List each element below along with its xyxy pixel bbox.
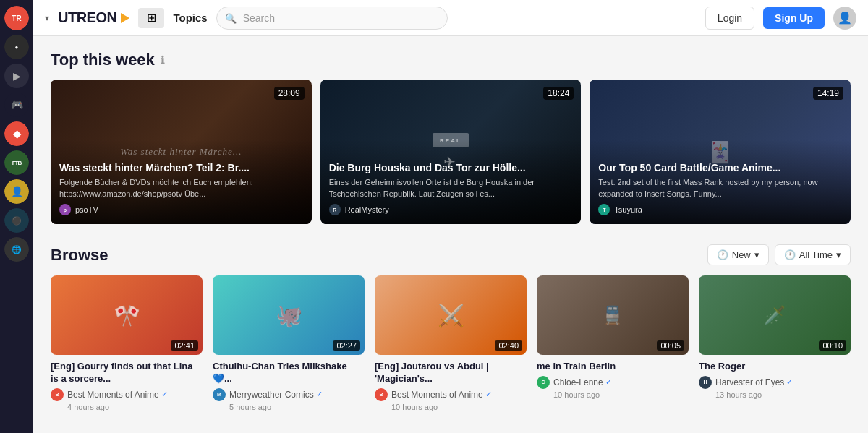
browse-card-4-duration: 00:05 [657, 340, 684, 351]
browse-card-2-time: 5 hours ago [229, 403, 365, 411]
sidebar-avatar-img-8: ⚫ [4, 208, 29, 233]
clock-icon: 🕐 [717, 249, 728, 260]
browse-card-3-channel-name: Best Moments of Anime ✓ [391, 390, 492, 400]
browse-card-3-title: [Eng] Joutarou vs Abdul | 'Magician's... [375, 361, 527, 385]
browse-card-1-duration: 02:41 [171, 340, 198, 351]
browse-title: Browse [51, 246, 108, 265]
browse-card-5-channel-avatar: H [699, 376, 712, 389]
top-section-header: Top this week ℹ [51, 51, 851, 69]
sidebar-item-9[interactable]: 🌐 [4, 237, 29, 262]
browse-card-1-title: [Eng] Gourry finds out that Lina is a so… [51, 361, 203, 385]
info-icon[interactable]: ℹ [161, 54, 164, 66]
top-card-3-channel: T Tsuyura [598, 204, 842, 215]
top-card-2-info: Die Burg Houska und Das Tor zur Hölle...… [320, 140, 582, 224]
sidebar-item-1[interactable]: TR [4, 6, 29, 30]
sidebar-item-6[interactable]: FTB [4, 150, 29, 175]
browse-card-1[interactable]: 🎌 02:41 [Eng] Gourry finds out that Lina… [51, 275, 203, 411]
browse-card-4[interactable]: 🚆 00:05 me in Train Berlin C Chloe-Lenne… [537, 275, 689, 411]
sidebar-item-2[interactable]: ● [4, 35, 29, 59]
sidebar-avatar-img-9: 🌐 [4, 237, 29, 262]
browse-card-5-time: 13 hours ago [715, 390, 851, 399]
browse-card-3-verified: ✓ [485, 390, 492, 399]
browse-card-5-duration: 00:10 [819, 340, 846, 351]
filter-alltime-label: All Time [799, 249, 833, 260]
logo-arrow-icon [121, 13, 129, 23]
sidebar-avatar-img-4: 🎮 [4, 93, 29, 117]
sidebar-avatar-img-5: ◆ [4, 121, 29, 146]
app-dropdown[interactable]: ▾ [45, 13, 49, 23]
header: ▾ UTREON ⊞ Topics 🔍 Login Sign Up 👤 [33, 0, 868, 36]
top-card-3-title: Our Top 50 Card Battle/Game Anime... [598, 161, 842, 174]
logo-text: UTREON [58, 9, 116, 26]
top-card-2-duration: 18:24 [543, 87, 574, 100]
browse-card-2-duration: 02:27 [333, 340, 360, 351]
logo[interactable]: UTREON [58, 9, 129, 26]
top-card-1-channel: p psoTV [59, 204, 303, 215]
top-card-1-info: Was steckt hinter Märchen? Teil 2: Br...… [51, 140, 312, 224]
history-icon: 🕐 [784, 249, 796, 260]
browse-thumb-2: 🐙 02:27 [213, 275, 365, 355]
sidebar-item-5[interactable]: ◆ [4, 121, 29, 146]
browse-card-5-verified: ✓ [786, 377, 793, 387]
sidebar-avatar-img-6: FTB [4, 150, 29, 175]
top-card-1-channel-name: psoTV [75, 205, 98, 214]
browse-card-3-time: 10 hours ago [391, 403, 527, 411]
filter-new-label: New [732, 249, 751, 260]
top-card-3-channel-avatar: T [598, 204, 610, 215]
browse-card-3[interactable]: ⚔️ 02:40 [Eng] Joutarou vs Abdul | 'Magi… [375, 275, 527, 411]
browse-card-2-channel-avatar: M [213, 388, 226, 401]
top-section-title: Top this week [51, 51, 155, 69]
topics-icon: ⊞ [138, 8, 164, 28]
browse-card-4-channel-row: C Chloe-Lenne ✓ [537, 376, 689, 389]
top-card-2-channel: R RealMystery [329, 204, 573, 215]
signup-button[interactable]: Sign Up [763, 7, 825, 29]
sidebar: TR ● ▶ 🎮 ◆ FTB 👤 ⚫ 🌐 [0, 0, 33, 433]
top-card-3-duration: 14:19 [813, 87, 843, 100]
top-card-2-channel-name: RealMystery [345, 205, 389, 214]
sidebar-item-3[interactable]: ▶ [4, 64, 29, 88]
sidebar-avatar-img-7: 👤 [4, 179, 29, 204]
top-card-2[interactable]: REAL ✈ 18:24 Die Burg Houska und Das Tor… [320, 80, 582, 224]
browse-thumb-1: 🎌 02:41 [51, 275, 203, 355]
top-card-3-channel-name: Tsuyura [614, 205, 642, 214]
user-icon: 👤 [838, 11, 852, 25]
browse-card-2-channel-row: M Merryweather Comics ✓ [213, 388, 365, 401]
search-bar: 🔍 [216, 7, 448, 30]
filter-alltime-button[interactable]: 🕐 All Time ▾ [775, 244, 851, 265]
browse-card-3-duration: 02:40 [495, 340, 522, 351]
top-card-2-title: Die Burg Houska und Das Tor zur Hölle... [329, 161, 573, 174]
sidebar-item-8[interactable]: ⚫ [4, 208, 29, 233]
filter-alltime-chevron: ▾ [836, 249, 841, 260]
browse-card-4-verified: ✓ [605, 377, 612, 387]
browse-card-3-channel-avatar: B [375, 388, 388, 401]
browse-thumb-4: 🚆 00:05 [537, 275, 689, 355]
top-card-1[interactable]: Was steckt hinter Märche... 28:09 Was st… [51, 80, 312, 224]
top-card-1-duration: 28:09 [274, 87, 305, 100]
search-input[interactable] [216, 7, 448, 30]
top-card-2-channel-avatar: R [329, 204, 341, 215]
browse-card-5-channel-row: H Harvester of Eyes ✓ [699, 376, 851, 389]
main-content: ▾ UTREON ⊞ Topics 🔍 Login Sign Up 👤 Top … [33, 0, 868, 433]
browse-card-5-channel-name: Harvester of Eyes ✓ [715, 377, 793, 387]
browse-card-2[interactable]: 🐙 02:27 Cthulhu-Chan Tries Milkshake 💙..… [213, 275, 365, 411]
top-card-3[interactable]: 🃏 14:19 Our Top 50 Card Battle/Game Anim… [590, 80, 851, 224]
content-area: Top this week ℹ Was steckt hinter Märche… [33, 36, 868, 433]
browse-card-1-channel-row: B Best Moments of Anime ✓ [51, 388, 203, 401]
user-avatar[interactable]: 👤 [833, 7, 856, 30]
top-card-1-desc: Folgende Bücher & DVDs möchte ich Euch e… [59, 177, 303, 200]
filter-new-chevron: ▾ [754, 249, 760, 260]
sidebar-avatar-img-2: ● [4, 35, 29, 59]
sidebar-item-4[interactable]: 🎮 [4, 93, 29, 117]
play-icon: ▶ [13, 70, 21, 82]
sidebar-item-7[interactable]: 👤 [4, 179, 29, 204]
sidebar-avatar-img-1: TR [4, 6, 29, 30]
browse-thumb-5: 🗡️ 00:10 [699, 275, 851, 355]
search-icon: 🔍 [225, 12, 237, 23]
browse-card-1-channel-avatar: B [51, 388, 64, 401]
browse-card-4-channel-name: Chloe-Lenne ✓ [553, 377, 612, 387]
login-button[interactable]: Login [705, 7, 754, 30]
browse-card-5[interactable]: 🗡️ 00:10 The Roger H Harvester of Eyes ✓… [699, 275, 851, 411]
filter-new-button[interactable]: 🕐 New ▾ [707, 244, 769, 265]
browse-card-1-channel-name: Best Moments of Anime ✓ [67, 390, 168, 400]
browse-card-4-time: 10 hours ago [553, 390, 689, 399]
